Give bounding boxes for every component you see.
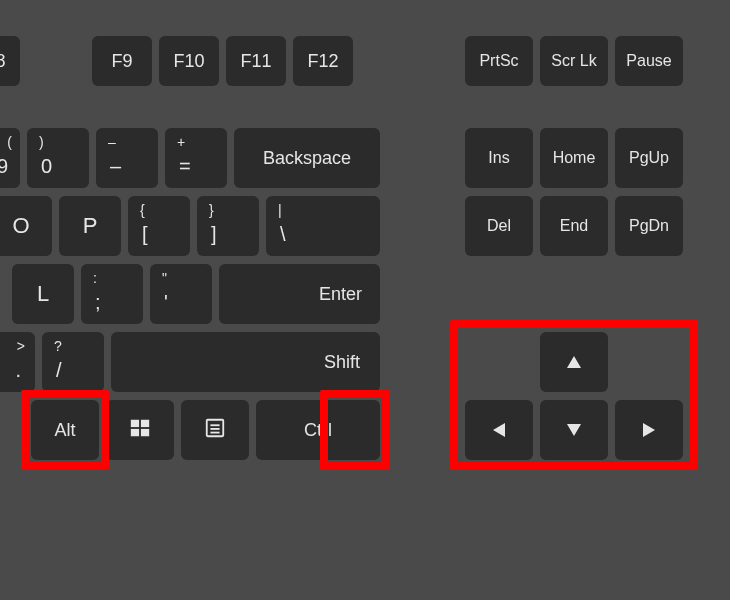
key-f9[interactable]: F9 <box>92 36 152 86</box>
key-secondary: ) <box>39 134 44 150</box>
key-label: F11 <box>240 51 271 72</box>
key-slash[interactable]: ? / <box>42 332 104 392</box>
key-arrow-right[interactable] <box>615 400 683 460</box>
key-label: ; <box>95 291 101 314</box>
key-label: PgUp <box>629 149 669 167</box>
key-f10[interactable]: F10 <box>159 36 219 86</box>
arrow-up-icon <box>567 356 581 368</box>
svg-rect-1 <box>141 419 149 426</box>
key-semicolon[interactable]: : ; <box>81 264 143 324</box>
key-quote[interactable]: " ' <box>150 264 212 324</box>
key-shift-right[interactable]: Shift <box>111 332 380 392</box>
key-arrow-down[interactable] <box>540 400 608 460</box>
svg-rect-3 <box>141 428 149 435</box>
key-label: O <box>12 213 29 239</box>
key-home[interactable]: Home <box>540 128 608 188</box>
key-label: Pause <box>626 52 671 70</box>
key-label: ' <box>164 291 168 314</box>
key-secondary: – <box>108 134 116 150</box>
key-label: PgDn <box>629 217 669 235</box>
key-secondary: + <box>177 134 185 150</box>
key-secondary: | <box>278 202 282 218</box>
key-f8[interactable]: F8 <box>0 36 20 86</box>
key-label: Backspace <box>263 148 351 169</box>
key-end[interactable]: End <box>540 196 608 256</box>
key-l[interactable]: L <box>12 264 74 324</box>
key-label: F8 <box>0 51 6 72</box>
key-ctrl[interactable]: Ctrl <box>256 400 380 460</box>
key-label: F9 <box>111 51 132 72</box>
key-label: ] <box>211 223 217 246</box>
key-label: . <box>15 359 21 382</box>
key-del[interactable]: Del <box>465 196 533 256</box>
key-label: = <box>179 155 191 178</box>
key-label: F10 <box>173 51 204 72</box>
key-pause[interactable]: Pause <box>615 36 683 86</box>
key-secondary: ( <box>7 134 12 150</box>
key-enter[interactable]: Enter <box>219 264 380 324</box>
key-secondary: " <box>162 270 167 286</box>
key-label: Ctrl <box>304 420 332 441</box>
key-backspace[interactable]: Backspace <box>234 128 380 188</box>
key-equals[interactable]: + = <box>165 128 227 188</box>
key-f11[interactable]: F11 <box>226 36 286 86</box>
key-9[interactable]: ( 9 <box>0 128 20 188</box>
windows-icon <box>129 417 151 444</box>
arrow-right-icon <box>643 423 655 437</box>
key-label: \ <box>280 223 286 246</box>
key-pgdn[interactable]: PgDn <box>615 196 683 256</box>
arrow-down-icon <box>567 424 581 436</box>
key-label: Ins <box>488 149 509 167</box>
key-arrow-up[interactable] <box>540 332 608 392</box>
menu-icon <box>204 417 226 444</box>
key-windows[interactable] <box>106 400 174 460</box>
key-label: 9 <box>0 155 8 178</box>
key-label: Alt <box>54 420 75 441</box>
key-label: PrtSc <box>479 52 518 70</box>
key-scrlk[interactable]: Scr Lk <box>540 36 608 86</box>
svg-rect-0 <box>131 419 139 426</box>
key-label: P <box>83 213 98 239</box>
key-label: Scr Lk <box>551 52 596 70</box>
key-minus[interactable]: – – <box>96 128 158 188</box>
key-prtsc[interactable]: PrtSc <box>465 36 533 86</box>
key-label: Home <box>553 149 596 167</box>
key-label: F12 <box>307 51 338 72</box>
key-secondary: } <box>209 202 214 218</box>
key-ins[interactable]: Ins <box>465 128 533 188</box>
key-secondary: { <box>140 202 145 218</box>
key-label: L <box>37 281 49 307</box>
svg-rect-2 <box>131 428 139 435</box>
key-f12[interactable]: F12 <box>293 36 353 86</box>
key-label: Shift <box>324 352 360 373</box>
arrow-left-icon <box>493 423 505 437</box>
key-label: End <box>560 217 588 235</box>
key-label: / <box>56 359 62 382</box>
key-alt[interactable]: Alt <box>31 400 99 460</box>
key-period[interactable]: > . <box>0 332 35 392</box>
key-0[interactable]: ) 0 <box>27 128 89 188</box>
key-secondary: > <box>17 338 25 354</box>
key-label: Del <box>487 217 511 235</box>
key-secondary: : <box>93 270 97 286</box>
key-menu[interactable] <box>181 400 249 460</box>
key-lbracket[interactable]: { [ <box>128 196 190 256</box>
key-o[interactable]: O <box>0 196 52 256</box>
key-pgup[interactable]: PgUp <box>615 128 683 188</box>
key-secondary: ? <box>54 338 62 354</box>
key-rbracket[interactable]: } ] <box>197 196 259 256</box>
key-backslash[interactable]: | \ <box>266 196 380 256</box>
key-p[interactable]: P <box>59 196 121 256</box>
key-label: [ <box>142 223 148 246</box>
key-label: 0 <box>41 155 52 178</box>
key-label: – <box>110 155 121 178</box>
key-arrow-left[interactable] <box>465 400 533 460</box>
key-label: Enter <box>319 284 362 305</box>
